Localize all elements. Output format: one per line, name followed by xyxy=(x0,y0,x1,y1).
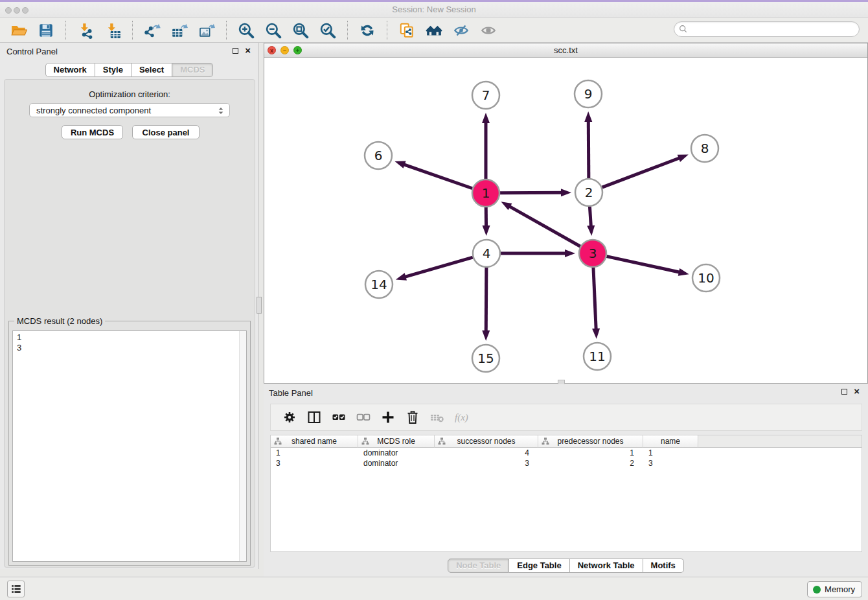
table-cell[interactable]: dominator xyxy=(358,448,435,458)
column-header-MCDS-role[interactable]: MCDS role xyxy=(358,435,435,448)
table-cell[interactable]: dominator xyxy=(358,458,435,468)
export-table-icon[interactable] xyxy=(170,21,189,40)
node-1[interactable]: 1 xyxy=(472,179,499,207)
table-cell[interactable]: 4 xyxy=(435,448,538,458)
node-8[interactable]: 8 xyxy=(691,135,718,162)
mcds-result-textarea[interactable]: 13 xyxy=(12,330,247,562)
network-canvas[interactable]: 1234678910111415 xyxy=(264,58,867,383)
home-icon[interactable] xyxy=(424,21,444,40)
optimization-criterion-value: strongly connected component xyxy=(36,106,151,115)
edge-2-8[interactable] xyxy=(602,155,689,188)
edge-4-3[interactable] xyxy=(501,249,575,257)
table-cell[interactable]: 1 xyxy=(271,448,358,458)
tab-edge-table[interactable]: Edge Table xyxy=(509,559,569,573)
import-network-icon[interactable] xyxy=(76,21,95,40)
task-history-button[interactable] xyxy=(7,581,25,597)
edge-1-7[interactable] xyxy=(482,113,490,179)
table-cell[interactable]: 3 xyxy=(643,458,698,468)
node-15[interactable]: 15 xyxy=(472,345,499,372)
column-header-successor-nodes[interactable]: successor nodes xyxy=(435,435,538,448)
edge-1-6[interactable] xyxy=(394,161,472,189)
splitpane-divider-handle[interactable] xyxy=(257,297,262,314)
tab-style[interactable]: Style xyxy=(95,63,131,77)
network-view-window: x − + scc.txt 1234678910111415 xyxy=(264,43,868,384)
table-cell[interactable]: 3 xyxy=(435,458,538,468)
window-title: Session: New Session xyxy=(0,5,868,14)
edge-line xyxy=(606,257,681,273)
edge-arrowhead xyxy=(501,202,512,210)
edge-3-11[interactable] xyxy=(592,268,600,339)
search-box[interactable] xyxy=(674,21,860,37)
edge-arrowhead xyxy=(483,225,490,236)
node-6[interactable]: 6 xyxy=(365,142,392,169)
table-panel-float-icon[interactable] xyxy=(841,389,847,395)
delete-row-icon[interactable] xyxy=(404,409,421,426)
table-row[interactable]: 3dominator323 xyxy=(271,458,862,468)
node-3[interactable]: 3 xyxy=(579,240,606,267)
tab-node-table[interactable]: Node Table xyxy=(448,559,509,573)
zoom-out-icon[interactable] xyxy=(264,21,283,40)
column-header-predecessor-nodes[interactable]: predecessor nodes xyxy=(538,435,643,448)
table-cell[interactable]: 2 xyxy=(538,458,643,468)
node-2[interactable]: 2 xyxy=(575,179,602,206)
edge-3-1[interactable] xyxy=(501,202,580,246)
node-10[interactable]: 10 xyxy=(692,264,720,292)
zoom-in-icon[interactable] xyxy=(236,21,256,40)
mcds-result-scrollbar[interactable] xyxy=(239,331,246,561)
tab-select[interactable]: Select xyxy=(131,63,172,77)
mcds-result-title: MCDS result (2 nodes) xyxy=(14,316,105,326)
tab-motifs[interactable]: Motifs xyxy=(643,559,684,573)
column-header-name[interactable]: name xyxy=(643,435,698,448)
control-panel-float-icon[interactable] xyxy=(233,48,238,54)
edge-line xyxy=(402,164,472,189)
memory-button[interactable]: Memory xyxy=(807,581,862,597)
table-cell[interactable]: 1 xyxy=(643,448,698,458)
columns-icon[interactable] xyxy=(306,409,323,426)
edge-2-3[interactable] xyxy=(587,207,595,236)
zoom-selected-icon[interactable] xyxy=(318,21,337,40)
close-panel-button[interactable]: Close panel xyxy=(132,125,200,139)
list-icon xyxy=(10,583,23,595)
import-table-icon[interactable] xyxy=(103,21,122,40)
export-image-icon[interactable] xyxy=(197,21,216,40)
mcds-result-lines: 13 xyxy=(13,331,238,561)
add-row-icon[interactable] xyxy=(380,409,396,426)
table-row[interactable]: 1dominator411 xyxy=(271,448,862,458)
edge-arrowhead xyxy=(482,330,490,341)
node-4[interactable]: 4 xyxy=(473,240,500,267)
apply-layout-icon[interactable] xyxy=(358,21,377,40)
table-cell[interactable]: 1 xyxy=(538,448,643,458)
control-panel-close-icon[interactable]: × xyxy=(245,44,251,57)
open-session-icon[interactable] xyxy=(9,21,29,40)
zoom-fit-icon[interactable] xyxy=(291,21,310,40)
edge-4-15[interactable] xyxy=(482,268,490,341)
edge-1-2[interactable] xyxy=(500,189,571,196)
node-9[interactable]: 9 xyxy=(575,80,602,108)
run-mcds-button[interactable]: Run MCDS xyxy=(62,125,123,139)
node-11[interactable]: 11 xyxy=(584,343,611,370)
tab-mcds[interactable]: MCDS xyxy=(172,63,213,77)
tab-network[interactable]: Network xyxy=(45,63,95,77)
node-label: 10 xyxy=(698,270,714,286)
table-panel-close-icon[interactable]: × xyxy=(854,385,860,398)
tab-network-table[interactable]: Network Table xyxy=(570,559,643,573)
optimization-criterion-select[interactable]: strongly connected component xyxy=(29,103,230,117)
edge-2-9[interactable] xyxy=(584,111,592,178)
updown-chevron-icon xyxy=(216,106,226,116)
deselect-all-icon[interactable] xyxy=(355,409,372,426)
select-all-icon[interactable] xyxy=(330,409,347,426)
table-cell[interactable]: 3 xyxy=(271,458,358,468)
node-7[interactable]: 7 xyxy=(472,82,499,109)
edge-4-14[interactable] xyxy=(396,257,473,281)
show-details-icon[interactable] xyxy=(479,21,498,40)
export-network-icon[interactable] xyxy=(143,21,162,40)
edge-3-10[interactable] xyxy=(606,257,689,276)
gear-icon[interactable] xyxy=(281,409,298,426)
save-session-icon[interactable] xyxy=(36,21,56,40)
node-14[interactable]: 14 xyxy=(365,271,393,298)
hide-details-icon[interactable] xyxy=(451,21,471,40)
column-header-shared-name[interactable]: shared name xyxy=(271,435,358,448)
search-input[interactable] xyxy=(689,23,859,36)
edge-1-4[interactable] xyxy=(483,207,490,236)
clone-network-icon[interactable] xyxy=(397,21,417,40)
